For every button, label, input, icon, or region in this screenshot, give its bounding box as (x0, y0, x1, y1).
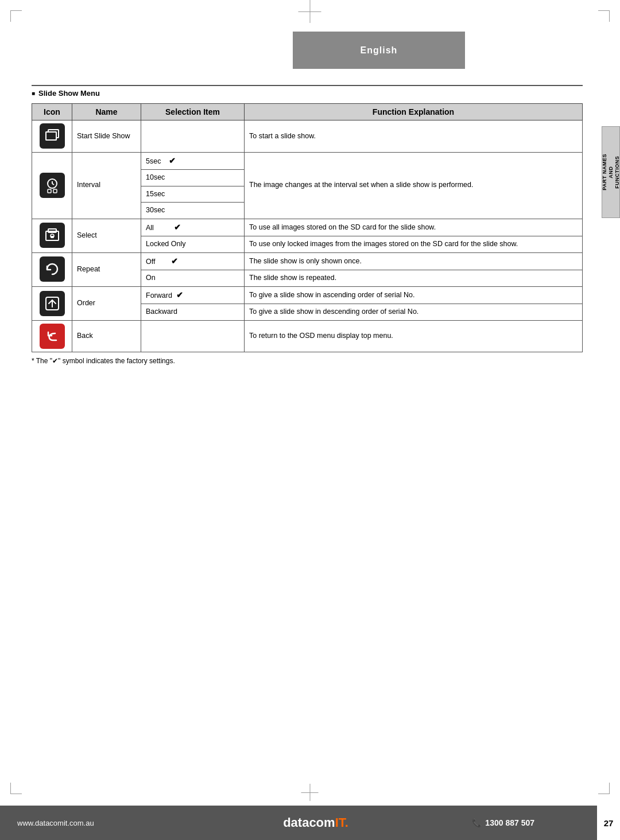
back-icon (40, 324, 65, 349)
back-icon-svg (42, 326, 62, 346)
section-title: Slide Show Menu (32, 89, 583, 98)
icon-cell-back (32, 320, 72, 352)
footer-logo-accent: IT. (335, 815, 348, 830)
menu-table: Icon Name Selection Item Function Explan… (32, 103, 583, 352)
th-icon: Icon (32, 104, 72, 120)
selection-on: On (141, 270, 245, 287)
function-cell-all: To use all images stored on the SD card … (245, 219, 583, 236)
table-row: Select All ✔ To use all images stored on… (32, 219, 583, 236)
footer-phone: 📞 1300 887 507 (409, 818, 597, 827)
footnote: * The "✔" symbol indicates the factory s… (32, 357, 583, 365)
repeat-icon (40, 256, 65, 282)
top-cross (310, 0, 311, 23)
th-selection: Selection Item (141, 104, 245, 120)
footer-page: 27 (597, 806, 620, 840)
selection-5sec: 5sec ✔ (141, 152, 245, 170)
name-cell-interval: Interval (72, 152, 141, 219)
icon-cell-repeat (32, 252, 72, 286)
order-icon-svg (42, 294, 62, 313)
function-cell-off: The slide show is only shown once. (245, 252, 583, 270)
corner-mark-br (598, 783, 610, 794)
svg-rect-1 (46, 132, 56, 140)
header-title: English (361, 45, 398, 56)
table-row: Repeat Off ✔ The slide show is only show… (32, 252, 583, 270)
function-cell-locked: To use only locked images from the image… (245, 236, 583, 253)
function-cell-interval: The image changes at the interval set wh… (245, 152, 583, 219)
selection-off: Off ✔ (141, 252, 245, 270)
side-tab-text: PART NAMESANDFUNCTIONS (602, 154, 620, 190)
corner-mark-bl (10, 783, 22, 794)
selection-locked: Locked Only (141, 236, 245, 253)
function-cell-on: The slide show is repeated. (245, 270, 583, 287)
top-rule (32, 85, 583, 86)
selection-10sec: 10sec (141, 170, 245, 186)
icon-cell-slideshow (32, 120, 72, 153)
slideshow-icon (40, 123, 65, 149)
interval-icon (40, 173, 65, 198)
selection-30sec: 30sec (141, 203, 245, 219)
name-cell-repeat: Repeat (72, 252, 141, 286)
phone-icon: 📞 (472, 818, 482, 827)
side-tab: PART NAMESANDFUNCTIONS (602, 126, 620, 218)
function-cell-back: To return to the OSD menu display top me… (245, 320, 583, 352)
selection-15sec: 15sec (141, 186, 245, 203)
svg-rect-7 (53, 189, 57, 193)
function-cell-forward: To give a slide show in ascending order … (245, 286, 583, 304)
svg-rect-11 (51, 236, 53, 238)
footer-website: www.datacomit.com.au (0, 819, 222, 827)
corner-mark-tr (598, 10, 610, 22)
table-row: Back To return to the OSD menu display t… (32, 320, 583, 352)
slideshow-icon-svg (42, 126, 62, 146)
svg-rect-6 (48, 189, 51, 193)
table-row: Start Slide Show To start a slide show. (32, 120, 583, 153)
name-cell-order: Order (72, 286, 141, 320)
repeat-icon-svg (42, 259, 62, 279)
icon-cell-interval (32, 152, 72, 219)
function-cell-backward: To give a slide show in descending order… (245, 304, 583, 321)
main-content: Slide Show Menu Icon Name Selection Item… (32, 89, 583, 365)
th-function: Function Explanation (245, 104, 583, 120)
selection-backward: Backward (141, 304, 245, 321)
select-icon-svg (42, 225, 62, 245)
table-row: Interval 5sec ✔ The image changes at the… (32, 152, 583, 170)
selection-back (141, 320, 245, 352)
svg-line-5 (52, 184, 54, 185)
function-cell-slideshow: To start a slide show. (245, 120, 583, 153)
th-name: Name (72, 104, 141, 120)
bottom-cross (310, 784, 311, 801)
icon-cell-order (32, 286, 72, 320)
selection-cell-slideshow (141, 120, 245, 153)
name-cell-select: Select (72, 219, 141, 252)
footer: www.datacomit.com.au datacomIT. 📞 1300 8… (0, 806, 620, 840)
footer-logo: datacomIT. (222, 815, 410, 830)
selection-all: All ✔ (141, 219, 245, 236)
phone-number: 1300 887 507 (485, 818, 534, 827)
corner-mark-tl (10, 10, 22, 22)
select-icon (40, 223, 65, 248)
order-icon (40, 291, 65, 316)
interval-icon-svg (42, 176, 62, 195)
selection-forward: Forward ✔ (141, 286, 245, 304)
footer-logo-text: datacomIT. (283, 815, 348, 830)
name-cell-slideshow: Start Slide Show (72, 120, 141, 153)
header-bar: English (293, 32, 465, 69)
table-row: Order Forward ✔ To give a slide show in … (32, 286, 583, 304)
icon-cell-select (32, 219, 72, 252)
name-cell-back: Back (72, 320, 141, 352)
